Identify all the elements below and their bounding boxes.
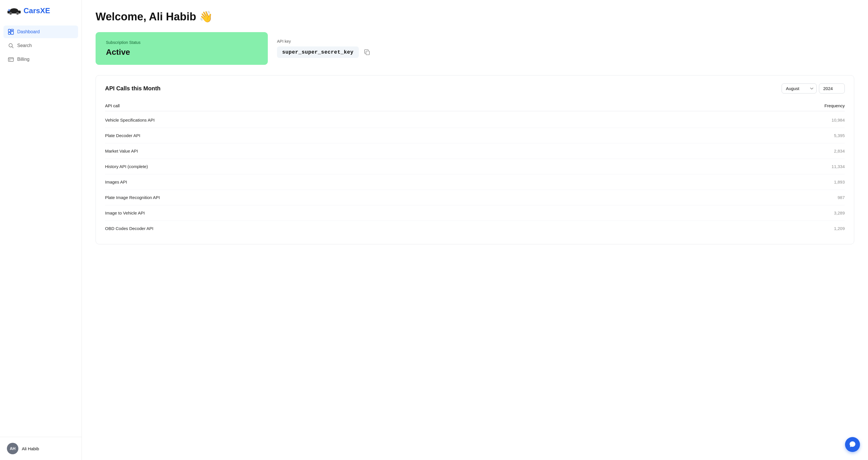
svg-point-2 (17, 12, 19, 14)
api-key-value: super_super_secret_key (277, 46, 372, 58)
api-key-card: API key super_super_secret_key (277, 32, 854, 65)
filter-controls: August January February March April May … (782, 84, 845, 94)
svg-point-1 (9, 12, 12, 14)
month-select[interactable]: August January February March April May … (782, 84, 817, 94)
svg-rect-8 (8, 58, 13, 61)
search-icon (8, 43, 14, 48)
svg-rect-9 (9, 60, 10, 61)
row-api-name: Market Value API (105, 149, 138, 154)
table-row: Market Value API 2,834 (105, 143, 845, 159)
svg-rect-6 (11, 31, 13, 34)
row-frequency: 987 (838, 195, 845, 200)
logo-icon (7, 7, 21, 15)
main-content: Welcome, Ali Habib 👋 Subscription Status… (82, 0, 868, 460)
row-frequency: 1,893 (834, 179, 845, 185)
svg-rect-3 (8, 29, 10, 32)
avatar: AH (7, 443, 19, 454)
logo: CarsXE (0, 0, 82, 23)
table-row: Plate Decoder API 5,395 (105, 128, 845, 143)
top-cards: Subscription Status Active API key super… (96, 32, 854, 65)
page-title: Welcome, Ali Habib 👋 (96, 10, 854, 23)
api-key-code: super_super_secret_key (277, 46, 359, 58)
table-row: History API (complete) 11,334 (105, 159, 845, 174)
api-key-label: API key (277, 39, 372, 43)
svg-rect-5 (11, 29, 13, 31)
row-frequency: 2,834 (834, 149, 845, 154)
sidebar-nav: Dashboard Search Billing (0, 23, 82, 437)
table-row: Images API 1,893 (105, 174, 845, 190)
year-input[interactable] (819, 84, 845, 94)
sidebar-item-label-dashboard: Dashboard (17, 29, 40, 34)
dashboard-icon (8, 29, 14, 35)
table-row: Vehicle Specifications API 10,984 (105, 112, 845, 128)
section-header: API Calls this Month August January Febr… (105, 84, 845, 94)
sidebar-item-label-search: Search (17, 43, 32, 48)
row-api-name: OBD Codes Decoder API (105, 226, 153, 231)
row-frequency: 5,395 (834, 133, 845, 138)
subscription-value: Active (106, 47, 257, 57)
chat-button[interactable] (845, 437, 860, 452)
row-frequency: 3,289 (834, 210, 845, 216)
table-header: API call Frequency (105, 100, 845, 111)
row-frequency: 1,209 (834, 226, 845, 231)
row-api-name: Plate Decoder API (105, 133, 141, 138)
row-api-name: Plate Image Recognition API (105, 195, 160, 200)
section-title: API Calls this Month (105, 85, 160, 92)
row-api-name: History API (complete) (105, 164, 148, 169)
col-frequency: Frequency (825, 103, 845, 108)
copy-api-key-button[interactable] (362, 47, 372, 57)
row-api-name: Images API (105, 179, 127, 185)
api-calls-table: Vehicle Specifications API 10,984 Plate … (105, 112, 845, 236)
col-api-call: API call (105, 103, 120, 108)
subscription-card: Subscription Status Active (96, 32, 268, 65)
table-row: OBD Codes Decoder API 1,209 (105, 221, 845, 236)
sidebar-item-dashboard[interactable]: Dashboard (3, 26, 78, 38)
row-frequency: 11,334 (832, 164, 845, 169)
api-calls-section: API Calls this Month August January Febr… (96, 75, 854, 244)
logo-text: CarsXE (24, 6, 50, 15)
billing-icon (8, 57, 14, 62)
sidebar: CarsXE Dashboard Sea (0, 0, 82, 460)
svg-rect-4 (8, 32, 10, 34)
row-frequency: 10,984 (832, 118, 845, 123)
table-row: Plate Image Recognition API 987 (105, 190, 845, 205)
row-api-name: Vehicle Specifications API (105, 118, 155, 123)
subscription-label: Subscription Status (106, 40, 257, 45)
user-name: Ali Habib (22, 446, 39, 451)
sidebar-user: AH Ali Habib (0, 437, 82, 460)
sidebar-item-label-billing: Billing (17, 57, 30, 62)
table-row: Image to Vehicle API 3,289 (105, 205, 845, 221)
svg-rect-10 (366, 51, 369, 55)
row-api-name: Image to Vehicle API (105, 210, 145, 216)
sidebar-item-billing[interactable]: Billing (3, 53, 78, 66)
sidebar-item-search[interactable]: Search (3, 39, 78, 52)
